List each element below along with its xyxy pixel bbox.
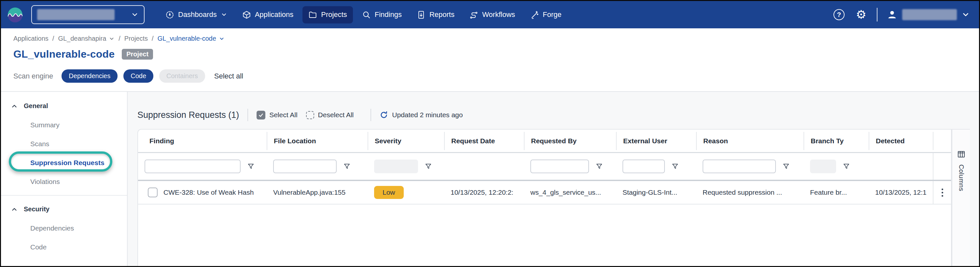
filter-funnel-icon[interactable] [671,163,679,170]
sidebar-item-summary[interactable]: Summary [1,116,127,135]
finding-cell[interactable]: CWE-328: Use of Weak Hash [164,189,254,196]
col-header-finding[interactable]: Finding [138,132,267,150]
nav-item-projects[interactable]: Projects [302,6,353,24]
wand-icon [530,10,539,19]
redacted-workspace-name [37,9,115,20]
sidebar-section-general[interactable]: General [1,96,127,116]
sidebar-item-violations[interactable]: Violations [1,172,127,191]
breadcrumb-applications[interactable]: Applications [13,35,49,42]
col-header-request-date[interactable]: Request Date [444,132,524,150]
table-row[interactable]: CWE-328: Use of Weak Hash VulnerableApp.… [138,181,951,205]
external-user-cell: Staging-GLS-Int... [616,189,696,196]
refresh-status[interactable]: Updated 2 minutes ago [380,111,463,119]
help-icon: ? [834,9,845,20]
gauge-icon [165,10,174,19]
chevron-down-icon [219,36,225,42]
table-filter-row [138,153,951,181]
chip-code[interactable]: Code [123,69,153,83]
scan-engine-selector: Scan engine Dependencies Code Containers… [13,69,979,83]
scan-engine-label: Scan engine [13,72,53,80]
nav-label: Forge [543,10,561,19]
breadcrumb-projects[interactable]: Projects [124,35,148,42]
request-date-cell: 10/13/2025, 12:20:2: [444,189,524,196]
workspace-selector[interactable] [31,5,145,24]
page-title: GL_vulnerable-code [13,48,115,60]
filter-actions-empty [933,153,951,180]
chip-containers: Containers [159,69,205,83]
filter-requested-by-input[interactable] [530,159,589,173]
chip-dependencies[interactable]: Dependencies [62,69,118,83]
project-type-badge: Project [122,49,153,60]
col-header-detected[interactable]: Detected [869,132,933,150]
content-header: Suppression Requests (1) Select All Dese… [137,109,979,121]
help-button[interactable]: ? [832,8,846,21]
col-header-file-location[interactable]: File Location [267,132,368,150]
user-icon [886,9,897,20]
col-header-requested-by[interactable]: Requested By [524,132,616,150]
scan-engine-select-all[interactable]: Select all [214,72,243,80]
filter-funnel-icon[interactable] [783,163,790,170]
folder-icon [308,10,317,19]
filter-finding-input[interactable] [145,159,240,173]
header-divider [247,109,248,121]
nav-label: Projects [321,10,347,19]
chevron-up-icon [11,206,18,213]
row-actions-menu[interactable] [940,187,945,199]
nav-item-reports[interactable]: Reports [411,6,460,24]
col-header-reason[interactable]: Reason [696,132,803,150]
checkbox-checked-icon [256,111,265,119]
nav-item-workflows[interactable]: Workflows [464,6,521,24]
filter-file-location-input[interactable] [273,159,337,173]
redacted-username [902,9,957,20]
filter-external-user-input[interactable] [622,159,665,173]
nav-item-forge[interactable]: Forge [524,6,567,24]
main-content: Suppression Requests (1) Select All Dese… [127,92,979,266]
breadcrumb-separator: / [152,35,154,42]
content-title: Suppression Requests (1) [137,110,239,120]
severity-badge: Low [374,186,404,199]
page-header: Applications / GL_deanshapira / Projects… [1,28,979,92]
filter-reason-input[interactable] [703,159,776,173]
breadcrumb-application-name[interactable]: GL_deanshapira [58,35,115,42]
sidebar-divider [1,195,127,196]
nav-item-findings[interactable]: Findings [356,6,407,24]
filter-funnel-icon[interactable] [425,163,432,170]
col-header-severity[interactable]: Severity [368,132,444,150]
primary-navigation: Dashboards Applications Projects Finding… [159,6,568,24]
filter-funnel-icon[interactable] [247,163,255,170]
filter-funnel-icon[interactable] [843,163,850,170]
nav-item-dashboards[interactable]: Dashboards [159,6,233,24]
col-header-branch-type[interactable]: Branch Ty [803,132,869,150]
chevron-up-icon [11,103,18,110]
breadcrumb-project-name[interactable]: GL_vulnerable-code [158,35,225,42]
nav-label: Dashboards [178,10,217,19]
detected-cell: 10/13/2025, 12:1 [869,189,933,196]
nav-item-applications[interactable]: Applications [236,6,299,24]
branch-type-cell: Feature br... [803,189,869,196]
col-header-external-user[interactable]: External User [616,132,696,150]
header-divider [371,109,371,121]
col-header-actions [933,132,951,150]
filter-funnel-icon[interactable] [595,163,603,170]
row-checkbox[interactable] [148,188,158,197]
sidebar-item-dependencies[interactable]: Dependencies [1,219,127,238]
table-header-row: Finding File Location Severity Request D… [138,130,951,153]
filter-funnel-icon[interactable] [343,163,351,170]
select-all-button[interactable]: Select All [256,111,297,119]
sidebar-item-code[interactable]: Code [1,238,127,257]
settings-button[interactable]: ⚙ [855,8,868,21]
suppression-requests-table: Finding File Location Severity Request D… [137,129,952,266]
columns-panel-toggle[interactable]: Columns [952,129,970,266]
sidebar-section-security[interactable]: Security [1,200,127,219]
mend-logo-icon [8,7,23,22]
cube-icon [242,10,251,19]
account-menu[interactable] [886,9,970,20]
chevron-down-icon [109,36,115,42]
sidebar-item-suppression-requests[interactable]: Suppression Requests [1,153,127,172]
reason-cell: Requested suppression ... [696,189,803,196]
deselect-all-button[interactable]: Deselect All [306,111,354,119]
sidebar: General Summary Scans Suppression Reques… [1,92,127,266]
sidebar-item-scans[interactable]: Scans [1,135,127,153]
refresh-icon [380,111,388,119]
chevron-down-icon [131,11,139,19]
